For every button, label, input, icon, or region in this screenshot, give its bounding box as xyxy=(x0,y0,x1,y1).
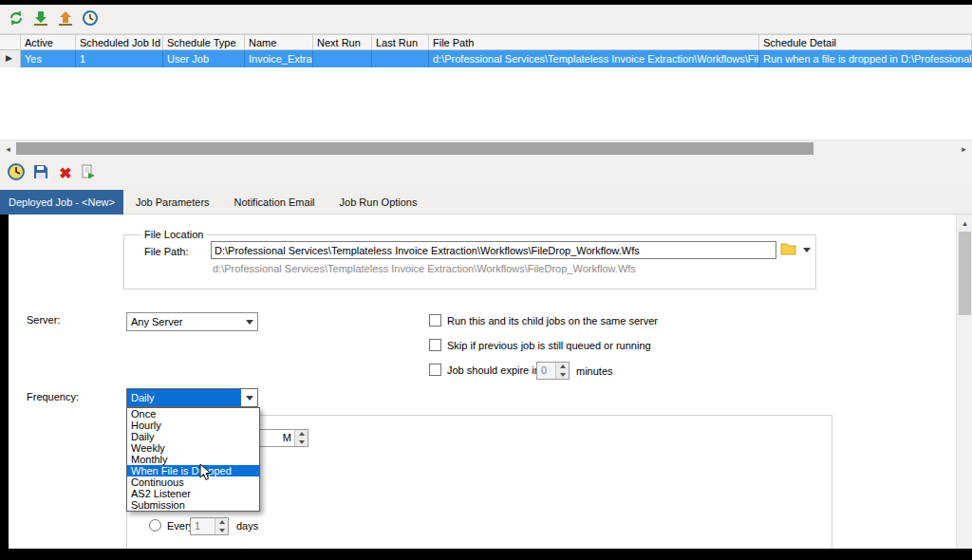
browse-folder-button[interactable] xyxy=(778,240,797,259)
frequency-dropdown: Once Hourly Daily Weekly Monthly When Fi… xyxy=(126,407,260,512)
column-header-schedule-detail[interactable]: Schedule Detail xyxy=(759,34,972,50)
checkbox-skip-queued-label: Skip if previous job is still queued or … xyxy=(447,340,651,351)
column-header-file-path[interactable]: File Path xyxy=(429,34,759,50)
expire-minutes-value: 0 xyxy=(537,363,555,379)
cell-schedule-type: User Job xyxy=(163,50,245,67)
letterbox-left xyxy=(0,215,9,549)
import-button[interactable] xyxy=(30,9,51,29)
server-combobox[interactable]: Any Server xyxy=(126,312,258,331)
cell-last-run xyxy=(372,50,429,67)
server-combobox-value: Any Server xyxy=(127,313,241,330)
tab-job-run-options[interactable]: Job Run Options xyxy=(327,190,430,215)
chevron-down-icon xyxy=(299,440,305,444)
delete-button[interactable]: ✖ xyxy=(55,162,76,183)
frequency-option[interactable]: Hourly xyxy=(127,420,259,431)
delete-icon: ✖ xyxy=(59,164,71,182)
schedule-job-button[interactable] xyxy=(6,162,27,183)
scroll-right-button[interactable]: ▸ xyxy=(956,140,972,157)
column-header-last-run[interactable]: Last Run xyxy=(372,34,429,50)
days-label: days xyxy=(236,520,258,532)
frequency-combobox-value: Daily xyxy=(127,389,241,406)
tab-deployed-job[interactable]: Deployed Job - <New> xyxy=(0,190,123,215)
frequency-option[interactable]: Continuous xyxy=(127,476,259,488)
every-days-value: 1 xyxy=(191,518,215,534)
row-selector-cell: ▶ xyxy=(0,50,21,67)
checkbox-skip-queued[interactable] xyxy=(429,339,441,351)
frequency-option[interactable]: Weekly xyxy=(127,442,259,454)
spin-down-button[interactable] xyxy=(295,439,308,447)
frequency-label: Frequency: xyxy=(27,391,79,402)
cell-schedule-detail: Run when a file is dropped in D:\Profess… xyxy=(759,50,972,67)
v-scroll-thumb[interactable] xyxy=(959,232,971,315)
tab-job-parameters[interactable]: Job Parameters xyxy=(123,190,222,215)
column-header-selector xyxy=(0,34,21,50)
radio-every[interactable] xyxy=(149,519,161,532)
grid-row-selected[interactable]: ▶ Yes 1 User Job Invoice_Extraction d:\P… xyxy=(0,50,972,67)
import-icon xyxy=(32,9,49,28)
frequency-option[interactable]: Submission xyxy=(127,499,259,511)
chevron-down-icon xyxy=(803,248,811,252)
refresh-button[interactable] xyxy=(6,9,27,29)
vertical-scrollbar[interactable]: ▴ xyxy=(956,215,972,549)
chevron-up-icon xyxy=(219,520,225,524)
column-header-schedule-type[interactable]: Schedule Type xyxy=(163,34,245,50)
chevron-up-icon xyxy=(299,432,305,436)
tab-strip: Deployed Job - <New> Job Parameters Noti… xyxy=(0,190,972,215)
frequency-option[interactable]: Daily xyxy=(127,431,259,442)
chevron-down-icon xyxy=(246,396,253,401)
grid-header-row: Active Scheduled Job Id Schedule Type Na… xyxy=(0,34,972,50)
mouse-cursor xyxy=(199,463,213,484)
cell-active: Yes xyxy=(21,50,76,67)
save-button[interactable] xyxy=(30,162,51,183)
clock-icon xyxy=(82,9,99,28)
export-job-button[interactable] xyxy=(78,162,99,183)
h-scroll-thumb[interactable] xyxy=(16,142,813,155)
chevron-down-icon xyxy=(560,373,566,377)
save-icon xyxy=(32,163,49,182)
spin-down-button[interactable] xyxy=(215,527,228,535)
checkbox-same-server-label: Run this and its child jobs on the same … xyxy=(447,315,658,327)
spin-down-button[interactable] xyxy=(556,371,569,380)
frequency-option[interactable]: Monthly xyxy=(127,454,259,465)
letterbox-bottom xyxy=(0,549,972,560)
checkbox-expire[interactable] xyxy=(429,364,441,376)
spin-up-button[interactable] xyxy=(556,363,569,371)
cell-scheduled-job-id: 1 xyxy=(76,50,163,67)
export-doc-icon xyxy=(80,163,97,182)
export-button[interactable] xyxy=(55,9,76,29)
horizontal-scrollbar[interactable]: ◂ ▸ xyxy=(0,140,972,156)
file-path-input[interactable] xyxy=(211,241,776,259)
scroll-up-button[interactable]: ▴ xyxy=(957,215,972,231)
spin-up-button[interactable] xyxy=(295,430,308,439)
frequency-option-highlighted[interactable]: When File is Dropped xyxy=(127,465,259,476)
column-header-active[interactable]: Active xyxy=(21,34,76,50)
column-header-next-run[interactable]: Next Run xyxy=(313,34,372,50)
tab-notification-email[interactable]: Notification Email xyxy=(222,190,327,215)
frequency-option[interactable]: Once xyxy=(127,408,259,420)
checkbox-same-server[interactable] xyxy=(429,314,441,327)
detail-toolbar: ✖ xyxy=(0,156,972,190)
export-icon xyxy=(57,9,74,28)
scroll-left-button[interactable]: ◂ xyxy=(0,140,16,157)
main-toolbar xyxy=(0,5,972,34)
refresh-icon xyxy=(8,9,25,28)
schedule-button[interactable] xyxy=(80,9,101,29)
every-days-spinner[interactable]: 1 xyxy=(190,517,229,535)
minutes-label: minutes xyxy=(576,365,613,377)
frequency-option[interactable]: AS2 Listener xyxy=(127,488,259,499)
file-path-dropdown-button[interactable] xyxy=(799,240,814,259)
spin-up-button[interactable] xyxy=(215,518,228,527)
cell-file-path: d:\Professional Services\Templateless In… xyxy=(429,50,759,67)
server-label: Server: xyxy=(27,314,60,326)
cell-next-run xyxy=(313,50,372,67)
frequency-combobox[interactable]: Daily xyxy=(126,388,258,407)
column-header-scheduled-job-id[interactable]: Scheduled Job Id xyxy=(76,34,163,50)
column-header-name[interactable]: Name xyxy=(245,34,313,50)
cell-name: Invoice_Extraction xyxy=(245,50,313,67)
chevron-up-icon xyxy=(560,364,566,368)
checkbox-expire-label: Job should expire in xyxy=(447,364,540,376)
chevron-down-icon xyxy=(246,320,253,325)
file-path-label: File Path: xyxy=(144,246,188,257)
chevron-down-icon xyxy=(219,529,225,532)
expire-minutes-spinner[interactable]: 0 xyxy=(536,362,570,380)
